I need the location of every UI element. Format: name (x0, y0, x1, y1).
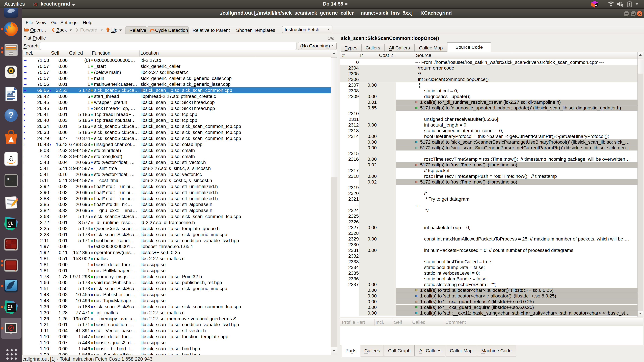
svg-text:>_: >_ (6, 240, 8, 242)
svg-text:>_: >_ (12, 240, 14, 242)
svg-text:>_: >_ (6, 176, 13, 182)
svg-text:CL: CL (8, 221, 14, 226)
svg-text:>_: >_ (6, 245, 8, 247)
svg-text:CL: CL (8, 304, 14, 309)
svg-text:?: ? (8, 110, 14, 120)
svg-text:a: a (9, 152, 13, 163)
